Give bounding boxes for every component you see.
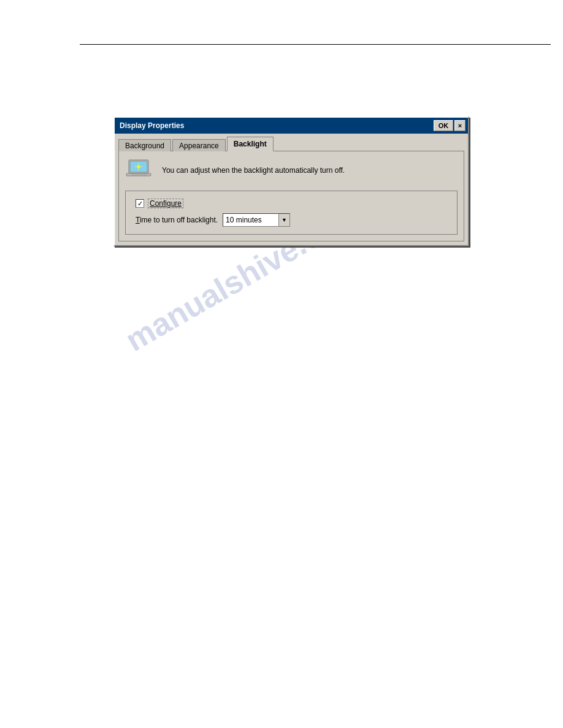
page-container: manualshive.com Display Properties OK × … <box>0 0 563 728</box>
checkbox-check-icon: ✓ <box>137 200 143 207</box>
display-properties-dialog: Display Properties OK × Background Appea… <box>113 116 469 246</box>
dropdown-arrow-icon[interactable]: ▼ <box>278 214 289 226</box>
backlight-info-text: You can adjust when the backlight automa… <box>162 166 345 175</box>
config-box: ✓ Configure Time to turn off backlight. … <box>125 191 458 235</box>
tab-appearance[interactable]: Appearance <box>172 139 226 151</box>
top-rule <box>80 44 551 45</box>
info-section: You can adjust when the backlight automa… <box>125 157 458 183</box>
dialog-titlebar: Display Properties OK × <box>115 118 468 134</box>
close-button[interactable]: × <box>454 120 465 131</box>
svg-point-2 <box>137 165 140 169</box>
laptop-icon <box>125 157 155 183</box>
dropdown-current-value: 10 minutes <box>223 216 278 224</box>
configure-checkbox[interactable]: ✓ <box>136 199 144 208</box>
dialog-title-buttons: OK × <box>434 120 465 131</box>
time-dropdown[interactable]: 10 minutes ▼ <box>223 213 290 227</box>
time-label: Time to turn off backlight. <box>136 216 218 224</box>
configure-row: ✓ Configure <box>136 199 447 208</box>
configure-label: Configure <box>148 199 183 208</box>
time-label-underline: T <box>136 216 140 224</box>
tab-background[interactable]: Background <box>118 139 171 151</box>
tab-content-backlight: You can adjust when the backlight automa… <box>118 151 464 241</box>
ok-button[interactable]: OK <box>434 120 453 131</box>
time-row: Time to turn off backlight. 10 minutes ▼ <box>136 213 447 227</box>
tabs-row: Background Appearance Backlight <box>115 134 468 151</box>
tab-backlight[interactable]: Backlight <box>227 137 274 151</box>
dialog-title: Display Properties <box>120 121 184 130</box>
configure-checkbox-wrapper: ✓ <box>136 199 144 208</box>
